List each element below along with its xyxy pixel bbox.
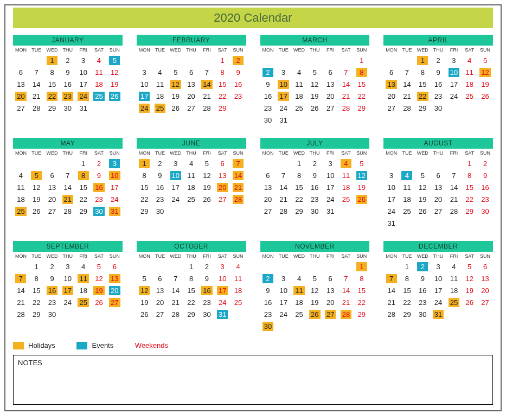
day-number: 25 bbox=[341, 195, 351, 204]
day-cell bbox=[199, 205, 215, 217]
day-number: 14 bbox=[401, 80, 412, 89]
day-cell: 10 bbox=[137, 78, 152, 90]
day-cell: 8 bbox=[215, 66, 230, 78]
day-cell: 6 bbox=[383, 66, 399, 78]
day-number: 20 bbox=[325, 298, 336, 307]
day-cell: 15 bbox=[399, 284, 415, 296]
day-cell: 18 bbox=[291, 90, 307, 102]
day-number: 6 bbox=[47, 171, 57, 180]
day-cell: 8 bbox=[354, 272, 369, 284]
day-cell bbox=[107, 308, 123, 320]
day-number: 14 bbox=[201, 80, 212, 89]
day-cell: 23 bbox=[230, 90, 246, 102]
day-cell: 13 bbox=[383, 78, 399, 90]
day-cell: 6 bbox=[431, 169, 446, 181]
day-cell: 17 bbox=[215, 284, 230, 296]
day-cell: 17 bbox=[107, 181, 123, 193]
day-cell: 18 bbox=[75, 284, 91, 296]
day-number: 6 bbox=[325, 68, 336, 77]
dow-header: SUN bbox=[354, 149, 369, 157]
day-cell bbox=[91, 308, 107, 320]
month-table: MONTUEWEDTHUFRISATSUN1234567891011121314… bbox=[260, 46, 370, 126]
day-number: 31 bbox=[217, 310, 228, 319]
day-cell: 10 bbox=[60, 272, 75, 284]
day-cell: 25 bbox=[91, 90, 107, 102]
day-cell: 4 bbox=[291, 66, 307, 78]
day-cell: 17 bbox=[276, 90, 291, 102]
day-cell bbox=[354, 320, 369, 332]
dow-header: FRI bbox=[323, 46, 338, 54]
day-number: 26 bbox=[109, 92, 120, 101]
day-cell: 10 bbox=[168, 169, 183, 181]
day-number: 5 bbox=[464, 262, 475, 271]
day-cell: 3 bbox=[323, 157, 338, 169]
day-cell: 5 bbox=[462, 260, 477, 272]
day-number: 1 bbox=[356, 56, 367, 65]
day-cell bbox=[307, 54, 323, 66]
dow-header: WED bbox=[291, 149, 307, 157]
day-cell: 23 bbox=[307, 193, 323, 205]
dow-header: THU bbox=[307, 46, 323, 54]
dow-header: MON bbox=[13, 252, 29, 260]
month-table: MONTUEWEDTHUFRISATSUN1234567891011121314… bbox=[13, 252, 123, 320]
dow-header: SAT bbox=[338, 149, 354, 157]
day-cell: 10 bbox=[383, 181, 399, 193]
day-number: 13 bbox=[325, 80, 336, 89]
day-number: 2 bbox=[262, 274, 273, 283]
day-cell: 3 bbox=[60, 260, 75, 272]
day-number: 27 bbox=[433, 207, 444, 216]
dow-header: WED bbox=[291, 252, 307, 260]
day-number: 23 bbox=[262, 104, 273, 113]
day-cell: 17 bbox=[60, 284, 75, 296]
day-cell: 1 bbox=[354, 260, 369, 272]
day-number: 26 bbox=[464, 298, 475, 307]
day-number: 17 bbox=[433, 286, 444, 295]
day-number: 28 bbox=[31, 104, 42, 113]
day-cell: 22 bbox=[137, 193, 152, 205]
day-number: 7 bbox=[341, 274, 351, 283]
day-cell: 13 bbox=[477, 272, 493, 284]
day-cell: 1 bbox=[399, 260, 415, 272]
day-cell bbox=[13, 260, 29, 272]
day-number: 6 bbox=[325, 274, 336, 283]
day-cell: 10 bbox=[107, 169, 123, 181]
month-august: AUGUSTMONTUEWEDTHUFRISATSUN1234567891011… bbox=[383, 138, 493, 229]
day-number: 14 bbox=[62, 183, 73, 192]
day-number: 28 bbox=[201, 104, 212, 113]
dow-header: SAT bbox=[91, 252, 107, 260]
day-number: 4 bbox=[294, 274, 305, 283]
day-cell: 8 bbox=[183, 272, 199, 284]
month-table: MONTUEWEDTHUFRISATSUN1234567891011121314… bbox=[260, 149, 370, 217]
day-cell: 28 bbox=[338, 308, 354, 320]
dow-header: FRI bbox=[446, 46, 462, 54]
dow-header: THU bbox=[307, 149, 323, 157]
day-number: 13 bbox=[325, 286, 336, 295]
day-cell: 12 bbox=[307, 284, 323, 296]
day-cell: 2 bbox=[60, 54, 75, 66]
day-cell: 28 bbox=[338, 102, 354, 114]
notes-box[interactable]: NOTES bbox=[13, 355, 493, 405]
dow-header: TUE bbox=[29, 46, 44, 54]
day-number: 25 bbox=[185, 195, 196, 204]
dow-header: MON bbox=[383, 46, 399, 54]
day-number: 1 bbox=[186, 262, 197, 271]
dow-header: WED bbox=[168, 252, 183, 260]
day-cell: 21 bbox=[60, 193, 75, 205]
day-cell: 29 bbox=[44, 102, 60, 114]
day-number: 12 bbox=[417, 183, 428, 192]
day-cell: 26 bbox=[462, 296, 477, 308]
day-cell: 5 bbox=[307, 66, 323, 78]
day-cell: 12 bbox=[168, 78, 183, 90]
day-cell: 7 bbox=[276, 169, 291, 181]
dow-header: SUN bbox=[107, 252, 123, 260]
day-number: 30 bbox=[433, 104, 444, 113]
day-cell: 4 bbox=[399, 169, 415, 181]
day-number: 17 bbox=[278, 298, 289, 307]
day-cell: 19 bbox=[137, 296, 152, 308]
day-cell: 4 bbox=[183, 157, 199, 169]
day-cell: 1 bbox=[354, 54, 369, 66]
day-number: 18 bbox=[15, 195, 26, 204]
day-cell: 23 bbox=[477, 193, 493, 205]
day-cell: 15 bbox=[462, 181, 477, 193]
day-number: 19 bbox=[109, 80, 120, 89]
